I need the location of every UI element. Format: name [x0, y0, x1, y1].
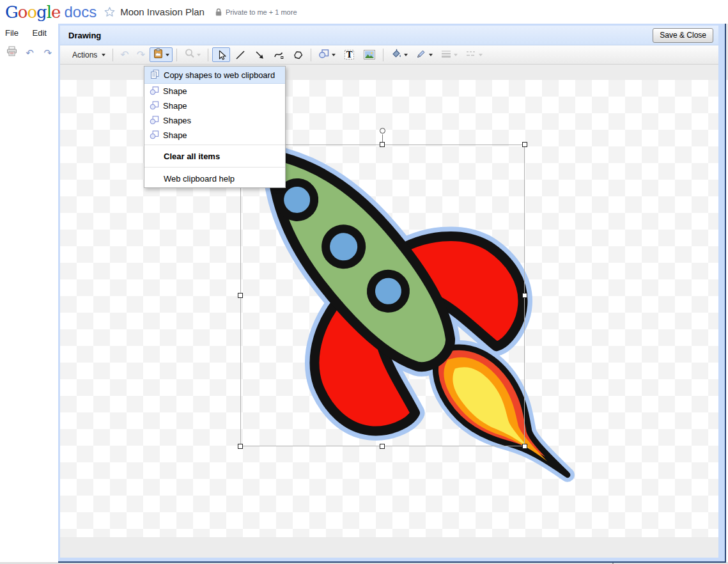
line-width-icon: [440, 49, 452, 61]
star-icon[interactable]: [104, 6, 115, 17]
arrow-tool-button[interactable]: [251, 47, 268, 62]
line-dash-button[interactable]: [462, 47, 486, 62]
docs-logo: docs: [64, 3, 97, 21]
app-header: Google docs Moon Invasion Plan Private t…: [0, 0, 728, 24]
image-icon: [363, 49, 376, 60]
selection-handle-w[interactable]: [238, 293, 243, 298]
chevron-down-icon: [479, 54, 483, 56]
privacy-label[interactable]: Private to me + 1 more: [226, 8, 297, 16]
line-tool-button[interactable]: [231, 47, 249, 62]
svg-text:T: T: [346, 50, 353, 59]
shape-icon: [150, 100, 159, 112]
select-tool-button[interactable]: [212, 47, 230, 62]
selection-handle-ne[interactable]: [522, 142, 527, 147]
menu-item-clipboard-help[interactable]: Web clipboard help: [144, 169, 285, 187]
chevron-down-icon: [166, 54, 169, 56]
menu-file[interactable]: File: [5, 28, 19, 38]
shape-tool-button[interactable]: [315, 47, 339, 62]
curve-tool-button[interactable]: [270, 47, 288, 62]
shape-icon: [150, 86, 159, 97]
magnifier-icon: [184, 48, 195, 61]
menu-item-shape-2[interactable]: Shape: [144, 98, 285, 113]
arrow-icon: [254, 49, 265, 61]
selection-handle-sw[interactable]: [238, 444, 243, 449]
line-width-button[interactable]: [437, 47, 461, 62]
menu-separator: [144, 145, 285, 145]
redo-button[interactable]: ↷: [134, 47, 148, 62]
web-clipboard-button[interactable]: [150, 47, 173, 62]
selection-box[interactable]: [240, 145, 525, 446]
actions-menu-button[interactable]: Actions: [69, 47, 109, 62]
toolbar-separator: [383, 49, 383, 61]
shape-icon: [150, 115, 159, 127]
curve-icon: [273, 49, 284, 61]
background-menubar: File Edit Vi: [0, 24, 58, 42]
line-color-button[interactable]: [412, 47, 436, 62]
fill-color-icon: [391, 48, 402, 61]
undo-icon: ↶: [120, 50, 128, 60]
line-icon: [235, 49, 246, 61]
dialog-title: Drawing: [68, 31, 101, 40]
text-icon: T: [343, 49, 355, 61]
selection-handle-s[interactable]: [380, 444, 385, 449]
background-toolbar: ↶ ↷: [0, 42, 58, 64]
web-clipboard-icon: [153, 48, 164, 61]
chevron-down-icon: [332, 54, 336, 56]
undo-button[interactable]: ↶: [117, 47, 132, 62]
shape-icon: [318, 48, 330, 61]
polyline-icon: [292, 49, 304, 61]
dialog-titlebar: Drawing Save & Close: [60, 26, 718, 45]
chevron-down-icon: [429, 54, 433, 56]
zoom-button[interactable]: [181, 47, 204, 62]
rotation-handle[interactable]: [380, 128, 385, 134]
copy-icon: [150, 69, 160, 81]
menu-item-copy-shapes[interactable]: Copy shapes to web clipboard: [144, 67, 285, 84]
print-icon[interactable]: [4, 46, 19, 58]
menu-item-shape-1[interactable]: Shape: [144, 84, 285, 98]
lock-icon: [215, 8, 222, 17]
menu-edit[interactable]: Edit: [33, 28, 47, 38]
menu-item-shapes[interactable]: Shapes: [144, 113, 285, 128]
selection-handle-n[interactable]: [380, 142, 385, 147]
drawing-toolbar: Actions ↶ ↷: [60, 45, 718, 65]
text-tool-button[interactable]: T: [340, 47, 359, 62]
redo-icon[interactable]: ↷: [40, 48, 56, 58]
selection-handle-e[interactable]: [522, 293, 527, 298]
polyline-tool-button[interactable]: [289, 47, 307, 62]
menu-separator: [144, 167, 285, 168]
toolbar-separator: [112, 49, 113, 61]
fill-color-button[interactable]: [387, 47, 411, 62]
undo-icon[interactable]: ↶: [22, 48, 37, 58]
web-clipboard-menu: Copy shapes to web clipboard Shape Shape…: [144, 66, 286, 188]
pencil-icon: [415, 48, 427, 62]
chevron-down-icon: [454, 54, 458, 56]
image-tool-button[interactable]: [360, 47, 379, 62]
cursor-icon: [215, 49, 227, 61]
shape-icon: [150, 130, 159, 141]
save-close-button[interactable]: Save & Close: [653, 28, 713, 43]
menu-item-shape-3[interactable]: Shape: [144, 128, 285, 143]
chevron-down-icon: [197, 54, 201, 56]
google-logo: Google: [5, 3, 60, 22]
line-dash-icon: [465, 49, 477, 61]
chevron-down-icon: [404, 54, 408, 56]
chevron-down-icon: [102, 54, 105, 56]
document-title[interactable]: Moon Invasion Plan: [120, 6, 205, 17]
toolbar-separator: [311, 49, 311, 61]
redo-icon: ↷: [137, 50, 145, 60]
menu-item-clear-all[interactable]: Clear all items: [144, 147, 285, 165]
toolbar-separator: [208, 49, 208, 61]
toolbar-separator: [176, 49, 177, 61]
selection-handle-se[interactable]: [522, 444, 527, 449]
